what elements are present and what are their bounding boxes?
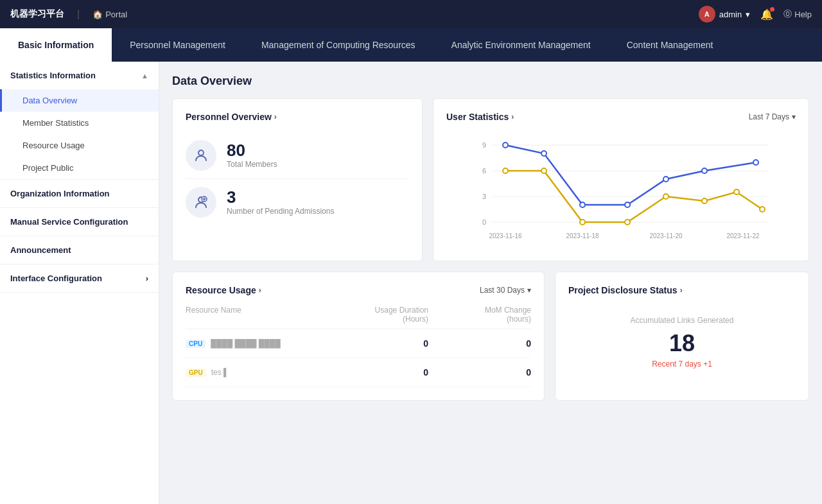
total-members-label: Total Members: [227, 160, 277, 169]
user-stats-filter[interactable]: Last 7 Days ▾: [749, 112, 796, 121]
tab-content-management[interactable]: Content Management: [609, 28, 731, 62]
sidebar: Statistics Information ▲ Data Overview M…: [0, 62, 159, 504]
page-title: Data Overview: [172, 74, 809, 88]
sidebar-item-data-overview[interactable]: Data Overview: [0, 89, 159, 112]
admin-menu[interactable]: A admin ▾: [699, 6, 750, 22]
svg-point-24: [503, 168, 508, 173]
total-members-count: 80: [227, 142, 277, 159]
sidebar-item-project-public[interactable]: Project Public: [0, 157, 159, 179]
svg-point-18: [541, 151, 547, 156]
resource-filter-chevron-icon: ▾: [527, 286, 531, 295]
svg-text:9: 9: [482, 141, 486, 149]
resource-filter[interactable]: Last 30 Days ▾: [480, 286, 531, 295]
nav-divider: |: [77, 8, 80, 20]
help-icon: ⓪: [783, 8, 792, 20]
svg-point-25: [541, 168, 547, 173]
resource-row-cpu: CPU ████ ████ ████ 0 0: [186, 329, 531, 358]
disclosure-sub-label: Accumulated Links Generated: [631, 316, 734, 325]
cpu-badge: CPU: [186, 340, 206, 348]
avatar: A: [699, 6, 715, 22]
gpu-duration: 0: [326, 367, 428, 378]
pending-admissions-stat: 3 Number of Pending Admissions: [186, 178, 409, 225]
disclosure-card-title: Project Disclosure Status ›: [568, 285, 683, 295]
svg-point-26: [580, 220, 585, 225]
pending-count: 3: [227, 189, 334, 205]
disclosure-arrow-icon[interactable]: ›: [680, 286, 683, 295]
home-icon: 🏠: [92, 10, 103, 19]
chevron-down-icon: ▾: [746, 10, 750, 19]
personnel-overview-card: Personnel Overview › 80 Total Members: [172, 98, 423, 261]
svg-point-30: [734, 189, 739, 195]
app-brand: 机器学习平台: [10, 8, 64, 20]
pending-info: 3 Number of Pending Admissions: [227, 189, 334, 216]
disclosure-content: Accumulated Links Generated 18 Recent 7 …: [568, 306, 796, 379]
user-stats-card-header: User Statistics › Last 7 Days ▾: [446, 112, 796, 122]
resource-table-header: Resource Name Usage Duration(Hours) MoM …: [186, 306, 531, 329]
cards-row-1: Personnel Overview › 80 Total Members: [172, 98, 809, 261]
pending-label: Number of Pending Admissions: [227, 207, 334, 216]
user-stats-card-title: User Statistics ›: [446, 112, 514, 122]
svg-point-20: [625, 202, 630, 207]
gpu-mom: 0: [428, 367, 531, 378]
sidebar-section-interface-config[interactable]: Interface Configuration ›: [0, 265, 159, 293]
svg-text:3: 3: [482, 193, 486, 200]
project-disclosure-card: Project Disclosure Status › Accumulated …: [555, 272, 809, 401]
user-stats-chart: 9 6 3 0 2023-11-16 2023-11-18 2023-11-20…: [446, 132, 796, 248]
sidebar-item-member-statistics[interactable]: Member Statistics: [0, 112, 159, 134]
svg-point-19: [580, 202, 585, 207]
arrow-right-icon[interactable]: ›: [274, 112, 277, 121]
svg-text:2023-11-16: 2023-11-16: [489, 232, 522, 239]
user-statistics-card: User Statistics › Last 7 Days ▾: [433, 98, 809, 261]
cpu-name: CPU ████ ████ ████: [186, 339, 326, 348]
total-members-icon: [186, 140, 216, 171]
disclosure-card-header: Project Disclosure Status ›: [568, 285, 796, 295]
resource-arrow-icon[interactable]: ›: [259, 286, 261, 295]
tab-bar: Basic Information Personnel Management M…: [0, 28, 822, 62]
sidebar-section-manual-service[interactable]: Manual Service Configuration: [0, 208, 159, 236]
svg-point-22: [702, 168, 707, 173]
svg-point-29: [702, 198, 707, 204]
help-link[interactable]: ⓪ Help: [783, 8, 812, 20]
admin-label: admin: [719, 10, 742, 19]
resource-table: Resource Name Usage Duration(Hours) MoM …: [186, 306, 531, 387]
chevron-up-icon: ▲: [141, 72, 148, 80]
chevron-right-icon: ›: [146, 274, 148, 283]
resource-usage-card-title: Resource Usage ›: [186, 285, 261, 295]
pending-icon: [186, 187, 216, 218]
svg-text:2023-11-18: 2023-11-18: [566, 232, 599, 239]
sidebar-section-organization[interactable]: Organization Information: [0, 180, 159, 208]
resource-usage-card: Resource Usage › Last 30 Days ▾ Resource…: [172, 272, 545, 401]
svg-point-17: [503, 143, 508, 148]
sidebar-section-statistics-header[interactable]: Statistics Information ▲: [0, 62, 159, 89]
total-members-stat: 80 Total Members: [186, 132, 409, 178]
cpu-name-text: ████ ████ ████: [211, 339, 281, 348]
sidebar-section-statistics: Statistics Information ▲ Data Overview M…: [0, 62, 159, 180]
cpu-mom: 0: [428, 338, 531, 349]
tab-analytic-environment[interactable]: Analytic Environment Management: [433, 28, 609, 62]
personnel-card-title: Personnel Overview ›: [186, 112, 277, 122]
disclosure-change: +1: [703, 360, 712, 369]
filter-chevron-down-icon: ▾: [792, 112, 796, 121]
sidebar-item-resource-usage[interactable]: Resource Usage: [0, 134, 159, 157]
sidebar-section-announcement[interactable]: Announcement: [0, 236, 159, 265]
svg-point-31: [760, 207, 765, 212]
svg-point-28: [663, 194, 669, 199]
resource-col-name: Resource Name: [186, 306, 326, 324]
disclosure-count: 18: [669, 330, 695, 357]
svg-point-23: [753, 160, 758, 165]
portal-link[interactable]: 🏠 Portal: [92, 10, 127, 19]
cards-row-2: Resource Usage › Last 30 Days ▾ Resource…: [172, 272, 809, 401]
resource-row-gpu: GPU tes ▌ 0 0: [186, 358, 531, 387]
svg-text:0: 0: [482, 218, 486, 226]
tab-personnel-management[interactable]: Personnel Management: [112, 28, 243, 62]
resource-usage-card-header: Resource Usage › Last 30 Days ▾: [186, 285, 531, 295]
gpu-name-text: tes ▌: [211, 368, 229, 377]
tab-computing-resources[interactable]: Management of Computing Resources: [243, 28, 433, 62]
svg-text:2023-11-22: 2023-11-22: [726, 232, 760, 239]
gpu-name: GPU tes ▌: [186, 368, 326, 377]
user-stats-arrow-icon[interactable]: ›: [511, 112, 514, 121]
notification-bell[interactable]: 🔔: [760, 8, 773, 21]
disclosure-recent: Recent 7 days +1: [652, 360, 712, 369]
tab-basic-information[interactable]: Basic Information: [0, 28, 112, 62]
svg-point-27: [625, 220, 630, 225]
